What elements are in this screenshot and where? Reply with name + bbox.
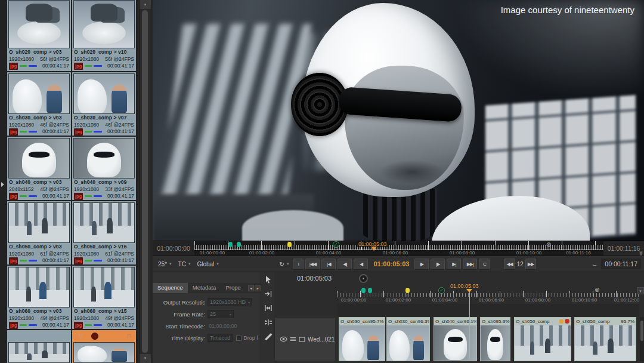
go-to-start-button[interactable]: |◀◀ (305, 259, 320, 270)
time-display-button[interactable]: Timecod (208, 334, 233, 342)
bin-item[interactable]: O_sh040_comp > v09 1920x108033f @24FPS j… (72, 137, 136, 200)
viewer-playhead[interactable] (371, 247, 377, 251)
sync-target-button[interactable] (359, 274, 368, 283)
bin-item[interactable]: O_sh060_comp > v15 1920x108049f @24FPS j… (72, 266, 136, 329)
scroll-down-button[interactable]: ▼ (140, 354, 151, 363)
clip-thumbnail (8, 73, 70, 114)
timeline-clip[interactable]: O_sh040_cor96.1% (434, 317, 477, 361)
next-edit-button[interactable]: ▶| (447, 259, 461, 270)
bin-item[interactable]: O_sh030_comp > v03 1920x108046f @24FPS j… (7, 72, 71, 136)
track-header[interactable]: Wed...021 (274, 317, 336, 361)
browser-scrollbar[interactable]: ▲ ▼ (139, 0, 150, 363)
clip-thumbnail (8, 267, 70, 307)
subtab-scroll-right-icon[interactable]: ▸ (255, 285, 261, 291)
ruler-tick-label: 01:00:12:00 (610, 297, 643, 303)
viewer-scrub-ruler[interactable]: 01:00:00:00 01:00:02:00 01:00:04:00 01:0… (194, 241, 603, 256)
scrollbar-thumb[interactable] (640, 321, 643, 341)
drop-frame-checkbox[interactable] (236, 336, 242, 341)
marker-check-icon[interactable]: ✓ (333, 241, 339, 248)
subtab-sequence[interactable]: Sequence (153, 283, 188, 293)
frame-step-value[interactable]: 12 (517, 261, 524, 267)
timeline-clip-thumbnail (387, 325, 429, 361)
channel-bar-blue (94, 324, 102, 326)
slip-tool-icon[interactable] (261, 315, 275, 330)
current-timecode: 01:00:05:03 (370, 260, 413, 267)
ruler-tick-label: 01:00:08:00 (445, 250, 479, 256)
bin-item[interactable]: O_sh050_comp > v03 1920x108061f @24FPS j… (7, 201, 71, 264)
timeline-clip-name: O_sh0 (482, 319, 496, 324)
trim-tool-icon[interactable] (261, 301, 275, 315)
marker-tag-green[interactable] (361, 288, 366, 293)
clip-name: O_sh020_comp > v10 (74, 49, 134, 56)
timeline-toolbar (261, 272, 275, 363)
timeline-options-button[interactable]: ▾ (637, 287, 644, 294)
jump-back-frames-button[interactable]: ◀◀ (504, 259, 515, 270)
bin-item[interactable]: O_sh020_comp > v03 1920x108056f @24FPS j… (7, 0, 71, 71)
fps-dropdown[interactable]: 25*▾ (156, 260, 174, 269)
bin-item[interactable] (7, 330, 71, 363)
marker-check-icon[interactable]: ✓ (438, 287, 445, 294)
step-back-button[interactable]: ◀| (338, 259, 352, 270)
viewer-image: Image courtesy of nineteentwenty (153, 0, 644, 241)
timecode-mode-dropdown[interactable]: TC▾ (176, 260, 193, 269)
marker-cross-icon[interactable]: ⊗ (546, 241, 551, 248)
track-layers-icon[interactable] (290, 336, 296, 342)
multi-tool-icon[interactable] (261, 272, 275, 287)
output-resolution-dropdown[interactable]: 1920x1080 HD▾ (208, 298, 252, 306)
clip-resolution: 1920x1080 (74, 122, 99, 129)
mark-in-button[interactable]: I (293, 259, 304, 270)
move-tool-icon[interactable] (261, 287, 275, 301)
clip-frames: 45f @24FPS (40, 186, 69, 193)
subtab-properties[interactable]: Prope (221, 283, 245, 293)
marker-cross-icon[interactable]: ⊗ (595, 287, 599, 293)
channel-bar-green (20, 324, 27, 326)
channel-bar-green (85, 260, 92, 262)
subtab-scroll-left-icon[interactable]: ◂ (248, 285, 254, 291)
play-button[interactable]: ▶ (414, 259, 429, 270)
loop-mode-icon[interactable]: ↻▾ (277, 260, 292, 269)
marker-tag-green[interactable] (228, 242, 233, 247)
marker-tag-green[interactable] (368, 288, 372, 293)
play-backward-button[interactable]: ◀ (354, 259, 368, 270)
scrollbar-thumb[interactable] (142, 10, 148, 353)
clip-resolution: 1920x1080 (74, 186, 99, 193)
range-mode-dropdown[interactable]: Global▾ (194, 260, 221, 269)
bin-item-selected[interactable]: ↻ ⊓ (72, 330, 136, 363)
bin-item[interactable]: O_sh050_comp > v16 1920x108061f @24FPS j… (72, 201, 136, 264)
timeline-vertical-scrollbar[interactable] (640, 317, 644, 361)
timeline-playhead-line[interactable] (469, 289, 470, 361)
channel-bar-blue (94, 131, 102, 133)
timeline-current-timecode[interactable]: 01:00:05:03 (297, 275, 332, 282)
clip-mode-button[interactable]: C (479, 259, 490, 270)
bin-item[interactable]: O_sh040_comp > v03 2048x115245f @24FPS j… (7, 137, 71, 200)
clip-thumbnail (73, 342, 135, 363)
clip-format-badge: jpg (9, 63, 18, 70)
razor-tool-icon[interactable] (261, 330, 275, 344)
bin-item[interactable]: O_sh060_comp > v03 1920x108049f @24FPS j… (7, 266, 71, 329)
marker-tag-yellow[interactable] (405, 288, 410, 293)
clip-resolution: 1920x1080 (9, 122, 34, 129)
timeline-clip[interactable]: O_sh050_comp (514, 317, 571, 361)
bin-item[interactable]: O_sh030_comp > v07 1920x108046f @24FPS j… (72, 72, 136, 136)
scroll-up-button[interactable]: ▲ (140, 0, 151, 9)
timeline-clip[interactable]: O_sh095.3% (480, 317, 510, 361)
go-to-end-button[interactable]: ▶▶| (463, 259, 477, 270)
clip-frames: 49f @24FPS (105, 315, 134, 322)
timeline-clip[interactable]: O_sh050_comp95.7% (574, 317, 636, 361)
step-forward-button[interactable]: |▶ (431, 259, 445, 270)
previous-edit-button[interactable]: |◀ (321, 259, 336, 270)
jump-forward-frames-button[interactable]: ▶▶ (525, 259, 536, 270)
subtab-metadata[interactable]: Metadata (188, 283, 221, 293)
timeline-clip[interactable]: O_sh030_con95.7% (339, 317, 385, 361)
start-timecode-field[interactable]: 01:00:00:00 (208, 322, 239, 330)
ruler-tick-label: 01:00:00:00 (196, 250, 229, 256)
clip-timecode: 00:00:41:17 (107, 257, 134, 264)
track-visibility-icon[interactable] (280, 336, 287, 342)
timeline-ruler[interactable]: 01:00:00:00 01:00:02:00 01:00:04:00 01:0… (337, 286, 639, 304)
marker-tag-green[interactable] (237, 242, 241, 247)
bin-item[interactable]: O_sh020_comp > v10 1920x108056f @24FPS j… (72, 0, 136, 71)
ruler-tick-label: 01:00:10:00 (512, 250, 546, 256)
timeline-clip[interactable]: O_sh030_con96.3% (386, 317, 430, 361)
frame-rate-dropdown[interactable]: 25▾ (208, 310, 234, 318)
marker-tag-yellow[interactable] (287, 242, 292, 247)
